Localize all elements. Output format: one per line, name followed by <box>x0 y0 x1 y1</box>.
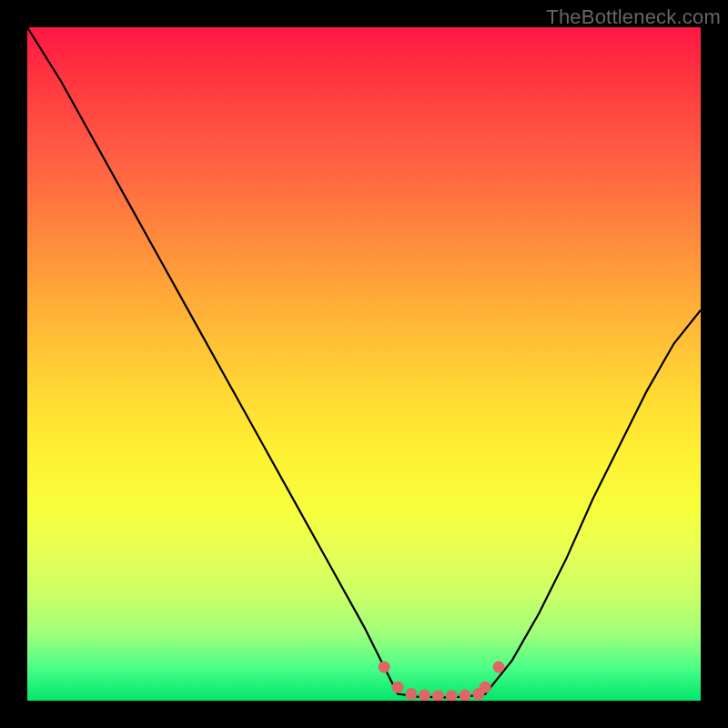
marker-dot <box>432 690 444 701</box>
marker-dot <box>446 690 458 701</box>
marker-dot <box>493 662 505 673</box>
marker-dot <box>379 662 390 673</box>
marker-dot <box>480 682 491 693</box>
marker-dot <box>392 682 404 693</box>
marker-dot <box>405 688 417 700</box>
curve-svg <box>27 27 701 701</box>
marker-dot <box>460 690 471 701</box>
chart-container: TheBottleneck.com <box>0 0 728 728</box>
plot-area <box>27 27 701 701</box>
main-curve <box>27 27 701 697</box>
marker-dot <box>419 690 430 701</box>
watermark-text: TheBottleneck.com <box>546 5 721 29</box>
